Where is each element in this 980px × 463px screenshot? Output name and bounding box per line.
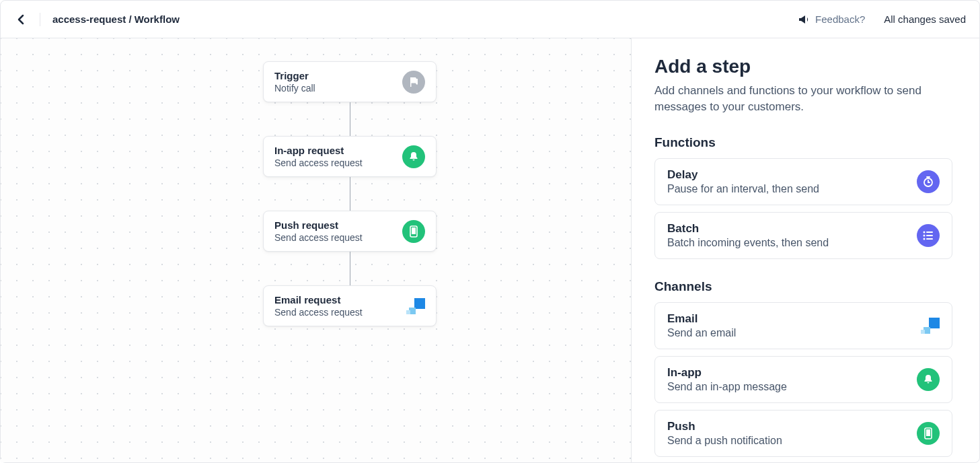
node-text: Trigger Notify call <box>274 70 315 94</box>
header: access-request / Workflow Feedback? All … <box>1 1 979 38</box>
node-subtitle: Notify call <box>274 83 315 94</box>
email-icon <box>406 298 425 314</box>
card-text: In-app Send an in-app message <box>667 366 787 393</box>
svg-rect-4 <box>926 232 933 233</box>
functions-heading: Functions <box>654 135 952 150</box>
card-title: Delay <box>667 168 819 182</box>
svg-rect-1 <box>412 227 416 234</box>
channel-card-push[interactable]: Push Send a push notification <box>654 410 952 457</box>
workflow-node-push[interactable]: Push request Send access request <box>263 211 437 252</box>
node-subtitle: Send access request <box>274 307 363 318</box>
workflow-node-inapp[interactable]: In-app request Send access request <box>263 136 437 177</box>
node-text: Push request Send access request <box>274 219 363 243</box>
megaphone-icon <box>798 14 810 25</box>
card-subtitle: Send an email <box>667 327 736 339</box>
app-frame: access-request / Workflow Feedback? All … <box>0 0 980 463</box>
list-icon <box>917 224 940 247</box>
header-divider <box>40 13 40 26</box>
card-title: Email <box>667 312 736 326</box>
workflow-node-email[interactable]: Email request Send access request <box>263 285 437 326</box>
phone-icon <box>917 422 940 445</box>
feedback-button[interactable]: Feedback? <box>798 13 865 25</box>
svg-point-7 <box>924 238 926 240</box>
workflow-flow: Trigger Notify call In-app request Send … <box>263 61 437 326</box>
card-title: Batch <box>667 222 829 236</box>
save-status: All changes saved <box>884 13 966 25</box>
node-subtitle: Send access request <box>274 157 363 168</box>
workflow-canvas[interactable]: Trigger Notify call In-app request Send … <box>1 38 631 462</box>
svg-point-3 <box>924 231 926 233</box>
svg-point-5 <box>924 234 926 236</box>
card-subtitle: Batch incoming events, then send <box>667 237 829 249</box>
card-subtitle: Pause for an interval, then send <box>667 183 819 195</box>
phone-icon <box>402 220 425 243</box>
chevron-left-icon <box>17 14 24 25</box>
node-text: Email request Send access request <box>274 294 363 318</box>
card-text: Email Send an email <box>667 312 736 339</box>
header-right: Feedback? All changes saved <box>798 13 966 25</box>
channel-card-email[interactable]: Email Send an email <box>654 302 952 349</box>
function-card-delay[interactable]: Delay Pause for an interval, then send <box>654 158 952 205</box>
card-title: In-app <box>667 366 702 379</box>
card-title: Push <box>667 420 782 433</box>
breadcrumb: access-request / Workflow <box>52 13 180 25</box>
connector <box>350 177 350 211</box>
feedback-label: Feedback? <box>815 13 865 25</box>
node-title: Email request <box>274 294 363 306</box>
card-text: Push Send a push notification <box>667 420 782 447</box>
connector <box>350 102 350 136</box>
node-title: In-app request <box>274 145 363 156</box>
clock-icon <box>917 170 940 193</box>
svg-rect-6 <box>926 235 933 236</box>
email-icon <box>921 318 940 334</box>
channels-heading: Channels <box>654 279 952 294</box>
card-text: Batch Batch incoming events, then send <box>667 222 829 249</box>
svg-rect-8 <box>926 238 933 240</box>
card-subtitle: Send an in-app message <box>667 381 787 393</box>
card-text: Delay Pause for an interval, then send <box>667 168 819 195</box>
node-subtitle: Send access request <box>274 232 363 243</box>
card-subtitle: Send a push notification <box>667 435 782 447</box>
workflow-node-trigger[interactable]: Trigger Notify call <box>263 61 437 102</box>
node-title: Push request <box>274 219 363 231</box>
sidebar: Add a step Add channels and functions to… <box>631 38 979 462</box>
function-card-batch[interactable]: Batch Batch incoming events, then send <box>654 212 952 259</box>
body: Trigger Notify call In-app request Send … <box>1 38 979 462</box>
connector <box>350 252 350 285</box>
flag-icon <box>402 71 425 94</box>
sidebar-description: Add channels and functions to your workf… <box>654 83 952 115</box>
back-button[interactable] <box>14 13 28 26</box>
svg-rect-10 <box>926 429 930 436</box>
bell-icon <box>402 145 425 168</box>
sidebar-title: Add a step <box>654 56 952 77</box>
channel-card-inapp[interactable]: In-app Send an in-app message <box>654 356 952 403</box>
bell-icon <box>917 368 940 391</box>
node-title: Trigger <box>274 70 315 81</box>
node-text: In-app request Send access request <box>274 145 363 168</box>
